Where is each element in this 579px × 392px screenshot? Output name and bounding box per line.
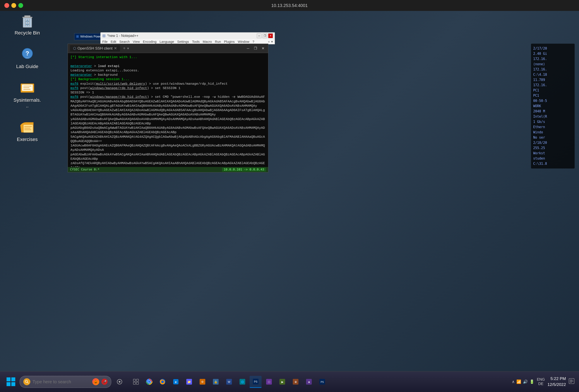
notepad-menu-macro[interactable]: Macro bbox=[203, 40, 212, 43]
notification-center-button[interactable] bbox=[569, 378, 575, 386]
notepad-menu-encoding[interactable]: Encoding bbox=[143, 40, 157, 43]
exercises-label: Exercises bbox=[17, 137, 38, 142]
svg-rect-61 bbox=[570, 381, 573, 381]
svg-text:⚙: ⚙ bbox=[201, 380, 204, 384]
desktop-icon-exercises[interactable]: Exercises bbox=[13, 120, 41, 142]
svg-rect-26 bbox=[133, 379, 136, 381]
svg-text:📁: 📁 bbox=[187, 380, 191, 384]
language-indicator[interactable]: ENG DE bbox=[537, 377, 545, 386]
svg-text:?: ? bbox=[25, 50, 29, 57]
search-input[interactable] bbox=[32, 379, 90, 384]
system-clock[interactable]: 5:22 PM 12/5/2022 bbox=[547, 376, 566, 388]
ssh-titlebar: ⬡ OpenSSH SSH client ✕ + ▾ ─ ❐ ✕ bbox=[68, 44, 268, 53]
svg-rect-8 bbox=[25, 57, 29, 59]
svg-text:🌐: 🌐 bbox=[241, 380, 244, 384]
ssh-close-btn[interactable]: ✕ bbox=[260, 45, 266, 52]
ssh-status-right: 10.0.0.101 -> 0.0.0.43 bbox=[222, 168, 266, 171]
svg-text:◈: ◈ bbox=[308, 381, 310, 384]
taskbar-icon-app4[interactable]: W bbox=[223, 376, 235, 388]
notepad-menu-view[interactable]: View bbox=[133, 40, 140, 43]
exercises-icon bbox=[20, 120, 35, 135]
svg-text:W: W bbox=[228, 381, 230, 384]
notepad-menu-plugins[interactable]: Plugins bbox=[224, 40, 235, 43]
notepad-menu-file[interactable]: File bbox=[102, 40, 108, 43]
main-title-bar: 10.13.253.54:4001 bbox=[0, 0, 579, 11]
desktop-icon-lab-guide[interactable]: ? Lab Guide bbox=[13, 47, 41, 70]
tray-icon-network[interactable]: 📶 bbox=[516, 379, 521, 384]
tray-icon-battery[interactable]: 🔋 bbox=[529, 379, 534, 384]
taskbar-icon-app3[interactable]: 🔒 bbox=[210, 376, 222, 388]
svg-rect-20 bbox=[6, 382, 10, 386]
close-button[interactable] bbox=[4, 3, 9, 8]
desktop-icons: Recycle Bin ? Lab Guide bbox=[13, 13, 41, 142]
svg-line-23 bbox=[27, 382, 28, 383]
start-button[interactable] bbox=[4, 375, 17, 388]
taskbar-icon-app5[interactable]: 🌐 bbox=[236, 376, 248, 388]
desktop-icon-sysinternals[interactable]: Sysinternals... bbox=[13, 80, 41, 109]
notepad-restore-btn[interactable]: ❐ bbox=[262, 33, 267, 38]
taskbar-search-bar[interactable]: 🎃 🎤 bbox=[20, 376, 111, 388]
clock-date: 12/5/2022 bbox=[547, 382, 566, 388]
ssh-tab-dropdown-btn[interactable]: ▾ bbox=[127, 46, 129, 50]
sysinternals-label: Sysinternals... bbox=[13, 97, 41, 109]
ssh-tab-close-btn[interactable]: ✕ bbox=[114, 46, 117, 51]
taskbar-icon-app8[interactable]: 🖥 bbox=[290, 376, 301, 388]
lab-guide-label: Lab Guide bbox=[16, 64, 38, 70]
taskbar-icon-app7[interactable]: ▶ bbox=[276, 376, 288, 388]
notepad-tab-add-btn[interactable]: + bbox=[268, 40, 270, 44]
svg-rect-21 bbox=[11, 382, 15, 386]
svg-text:⬡: ⬡ bbox=[268, 381, 270, 384]
ssh-terminal-content[interactable]: [*] Starting interaction with 1... meter… bbox=[68, 53, 268, 167]
cortana-icon: 🎃 bbox=[92, 378, 99, 385]
svg-rect-62 bbox=[570, 382, 572, 382]
notepad-menu-search[interactable]: Search bbox=[119, 40, 130, 43]
term-starting: [*] Starting interaction with 1... bbox=[71, 55, 266, 60]
svg-rect-29 bbox=[136, 382, 139, 384]
taskbar-icon-edge[interactable]: e bbox=[170, 376, 182, 388]
taskbar-icon-chrome[interactable] bbox=[143, 376, 155, 388]
taskbar-app-icons: e 📁 ⚙ 🔒 bbox=[130, 376, 328, 388]
notepad-menu-settings[interactable]: Settings bbox=[177, 40, 189, 43]
notepad-menu-window[interactable]: Window bbox=[238, 40, 249, 43]
svg-rect-60 bbox=[570, 380, 573, 380]
notepad-menu-edit[interactable]: Edit bbox=[111, 40, 116, 43]
maximize-button[interactable] bbox=[18, 3, 23, 8]
powershell-title: Windows PowerShell bbox=[80, 35, 101, 38]
taskbar-icon-app9[interactable]: ◈ bbox=[303, 376, 315, 388]
search-icon bbox=[23, 378, 30, 385]
ssh-restore-btn[interactable]: ❐ bbox=[252, 45, 259, 52]
svg-rect-18 bbox=[6, 377, 10, 381]
taskbar-icon-virtual-desktop[interactable] bbox=[130, 376, 142, 388]
ssh-tab-label: OpenSSH SSH client bbox=[77, 46, 113, 51]
desktop-icon-recycle-bin[interactable]: Recycle Bin bbox=[13, 13, 41, 36]
tray-icon-volume[interactable]: 🔊 bbox=[523, 379, 528, 384]
notepad-close-btn[interactable]: ✕ bbox=[268, 33, 273, 38]
taskbar-icon-powershell2[interactable]: PS bbox=[316, 376, 328, 388]
notepad-minimize-btn[interactable]: ─ bbox=[257, 33, 262, 38]
notepad-menu-run[interactable]: Run bbox=[215, 40, 221, 43]
task-view-button[interactable] bbox=[113, 376, 126, 388]
svg-text:PS: PS bbox=[254, 380, 257, 383]
minimize-button[interactable] bbox=[11, 3, 16, 8]
notepad-menu-language[interactable]: Language bbox=[159, 40, 174, 43]
svg-text:▶: ▶ bbox=[281, 381, 283, 384]
desktop: 10.13.253.54:4001 Recycle Bin bbox=[0, 0, 579, 392]
notepad-menu-help[interactable]: ? bbox=[252, 40, 254, 43]
taskbar-icon-app6[interactable]: ⬡ bbox=[263, 376, 275, 388]
tray-icon-arrow[interactable]: ∧ bbox=[512, 379, 515, 384]
ssh-minimize-btn[interactable]: ─ bbox=[245, 45, 251, 52]
taskbar-icon-app2[interactable]: ⚙ bbox=[196, 376, 208, 388]
ssh-statusbar: CYSEC Course 0:* 10.0.0.101 -> 0.0.0.43 bbox=[68, 167, 268, 172]
svg-point-25 bbox=[119, 381, 120, 383]
notepad-window: ⊞ *new 1 - Notepad++ ─ ❐ ✕ File Edit Sea… bbox=[100, 32, 275, 44]
svg-rect-19 bbox=[11, 377, 15, 381]
taskbar-icon-firefox[interactable] bbox=[156, 376, 168, 388]
ssh-tab[interactable]: ⬡ OpenSSH SSH client ✕ bbox=[70, 45, 120, 52]
notepad-tab-dropdown-btn[interactable]: ▾ bbox=[271, 40, 273, 44]
ssh-new-tab-btn[interactable]: + bbox=[123, 46, 126, 51]
taskbar-icon-app1[interactable]: 📁 bbox=[183, 376, 195, 388]
notepad-menu-tools[interactable]: Tools bbox=[192, 40, 200, 43]
window-title: 10.13.253.54:4001 bbox=[271, 3, 308, 8]
taskbar-icon-terminal[interactable]: PS bbox=[250, 376, 262, 388]
svg-rect-14 bbox=[23, 124, 33, 133]
